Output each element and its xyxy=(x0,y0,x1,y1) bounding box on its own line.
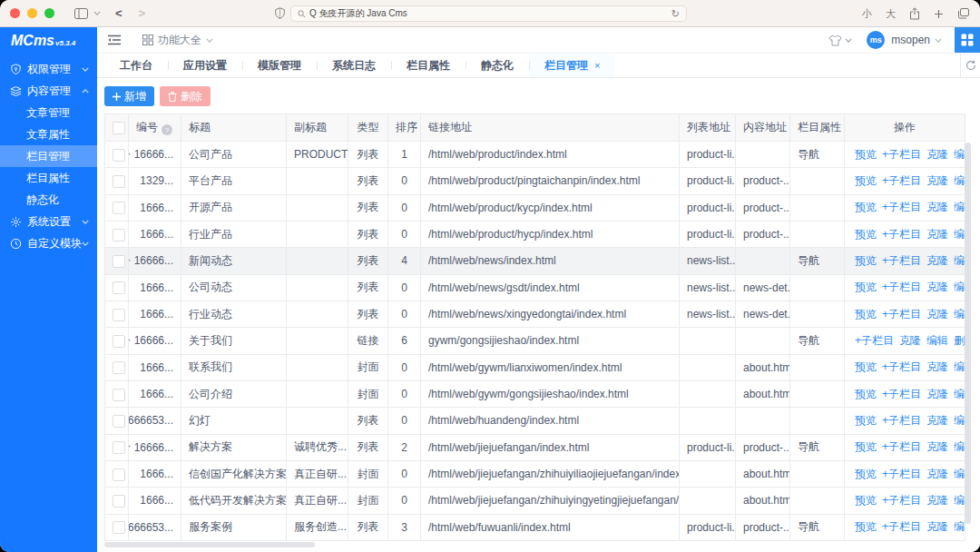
action-preview[interactable]: 预览 xyxy=(855,468,877,480)
action-preview[interactable]: 预览 xyxy=(855,281,877,293)
row-checkbox[interactable] xyxy=(113,389,125,401)
font-smaller-button[interactable]: 小 xyxy=(862,7,872,21)
row-checkbox[interactable] xyxy=(113,255,125,268)
tab-overview-icon[interactable] xyxy=(957,8,969,19)
share-icon[interactable] xyxy=(909,7,920,20)
action-preview[interactable]: 预览 xyxy=(855,148,877,161)
privacy-shield-icon[interactable] xyxy=(275,7,285,19)
action-clone[interactable]: 克隆 xyxy=(926,468,948,480)
row-checkbox[interactable] xyxy=(113,441,125,454)
sidebar-item-static-generate[interactable]: 静态化 xyxy=(0,189,97,211)
close-window-button[interactable] xyxy=(10,8,20,18)
expand-caret-icon[interactable] xyxy=(129,153,131,157)
action-edit[interactable]: 编辑 xyxy=(954,440,965,453)
tab-system-logs[interactable]: 系统日志 xyxy=(317,54,391,77)
minimize-window-button[interactable] xyxy=(27,8,37,18)
tab-static-generate[interactable]: 静态化 xyxy=(466,54,529,77)
expand-caret-icon[interactable] xyxy=(129,259,131,263)
action-add-child[interactable]: +子栏目 xyxy=(882,440,921,453)
row-checkbox[interactable] xyxy=(113,361,125,374)
action-add-child[interactable]: +子栏目 xyxy=(882,308,921,320)
action-edit[interactable]: 编辑 xyxy=(954,174,965,187)
avatar[interactable]: ms xyxy=(867,31,885,49)
refresh-tab-icon[interactable] xyxy=(960,54,980,77)
sidebar-item-permission-management[interactable]: 权限管理 xyxy=(0,58,97,80)
tab-app-settings[interactable]: 应用设置 xyxy=(168,54,242,77)
action-clone[interactable]: 克隆 xyxy=(926,228,948,241)
action-edit[interactable]: 编辑 xyxy=(954,201,965,213)
action-preview[interactable]: 预览 xyxy=(855,308,877,320)
sidebar-item-custom-module[interactable]: 自定义模块 xyxy=(0,232,97,254)
row-checkbox[interactable] xyxy=(113,149,125,162)
action-add-child[interactable]: +子栏目 xyxy=(882,281,921,293)
sidebar-item-content-management[interactable]: 内容管理 xyxy=(0,80,97,102)
menu-fold-icon[interactable] xyxy=(108,34,121,45)
username[interactable]: msopen xyxy=(891,34,930,46)
action-add-child[interactable]: +子栏目 xyxy=(882,360,921,373)
sidebar-item-article-management[interactable]: 文章管理 xyxy=(0,102,97,123)
action-add-child[interactable]: +子栏目 xyxy=(882,174,921,187)
action-add-child[interactable]: +子栏目 xyxy=(882,468,921,480)
row-checkbox[interactable] xyxy=(113,521,125,534)
action-delete[interactable]: 删除 xyxy=(954,334,965,347)
action-edit[interactable]: 编辑 xyxy=(954,520,965,533)
action-add-child[interactable]: +子栏目 xyxy=(882,388,921,400)
row-checkbox[interactable] xyxy=(113,229,125,242)
tab-template-management[interactable]: 模版管理 xyxy=(242,54,317,77)
action-clone[interactable]: 克隆 xyxy=(926,174,948,187)
row-checkbox[interactable] xyxy=(113,335,125,348)
horizontal-scrollbar[interactable] xyxy=(104,542,315,547)
row-checkbox[interactable] xyxy=(113,281,125,294)
action-edit[interactable]: 编辑 xyxy=(954,414,965,427)
action-clone[interactable]: 克隆 xyxy=(926,281,948,293)
browser-sidebar-toggle-icon[interactable] xyxy=(74,8,88,19)
row-checkbox[interactable] xyxy=(113,415,125,428)
tab-workbench[interactable]: 工作台 xyxy=(104,54,168,77)
chevron-down-icon[interactable] xyxy=(93,11,101,15)
action-preview[interactable]: 预览 xyxy=(855,201,877,213)
action-add-child[interactable]: +子栏目 xyxy=(882,201,921,213)
action-preview[interactable]: 预览 xyxy=(855,520,877,533)
action-add-child[interactable]: +子栏目 xyxy=(882,414,921,427)
chevron-down-icon[interactable] xyxy=(935,38,942,43)
expand-caret-icon[interactable] xyxy=(129,339,131,343)
action-clone[interactable]: 克隆 xyxy=(926,414,948,427)
action-edit[interactable]: 编辑 xyxy=(954,360,965,373)
action-clone[interactable]: 克隆 xyxy=(926,148,948,161)
add-button[interactable]: 新增 xyxy=(104,86,154,106)
action-clone[interactable]: 克隆 xyxy=(926,254,948,267)
action-preview[interactable]: 预览 xyxy=(855,414,877,427)
action-preview[interactable]: 预览 xyxy=(855,174,877,187)
action-preview[interactable]: 预览 xyxy=(855,388,877,400)
back-button[interactable]: < xyxy=(115,6,122,20)
action-edit[interactable]: 编辑 xyxy=(954,254,965,267)
font-larger-button[interactable]: 大 xyxy=(886,7,896,21)
fullscreen-window-button[interactable] xyxy=(44,8,54,18)
action-edit[interactable]: 编辑 xyxy=(954,148,965,161)
action-preview[interactable]: 预览 xyxy=(855,228,877,241)
close-tab-icon[interactable]: × xyxy=(594,60,600,71)
reload-icon[interactable]: ↻ xyxy=(671,8,680,20)
apps-grid-button[interactable] xyxy=(955,27,980,53)
row-checkbox[interactable] xyxy=(113,309,125,321)
action-clone[interactable]: 克隆 xyxy=(926,360,948,373)
action-preview[interactable]: 预览 xyxy=(855,360,877,373)
action-clone[interactable]: 克隆 xyxy=(926,440,948,453)
action-add-child[interactable]: +子栏目 xyxy=(882,148,921,161)
action-clone[interactable]: 克隆 xyxy=(926,494,948,507)
row-checkbox[interactable] xyxy=(113,495,125,508)
theme-switcher[interactable] xyxy=(828,34,852,46)
row-checkbox[interactable] xyxy=(113,175,125,188)
action-add-child[interactable]: +子栏目 xyxy=(855,334,894,347)
info-icon[interactable]: ? xyxy=(162,124,172,135)
feature-menu[interactable]: 功能大全 xyxy=(142,33,213,48)
row-checkbox[interactable] xyxy=(113,202,125,214)
action-edit[interactable]: 编辑 xyxy=(954,228,965,241)
action-clone[interactable]: 克隆 xyxy=(926,308,948,320)
action-preview[interactable]: 预览 xyxy=(855,494,877,507)
action-edit[interactable]: 编辑 xyxy=(954,468,965,480)
action-clone[interactable]: 克隆 xyxy=(926,388,948,400)
action-add-child[interactable]: +子栏目 xyxy=(882,228,921,241)
forward-button[interactable]: > xyxy=(139,6,146,20)
action-add-child[interactable]: +子栏目 xyxy=(882,520,921,533)
